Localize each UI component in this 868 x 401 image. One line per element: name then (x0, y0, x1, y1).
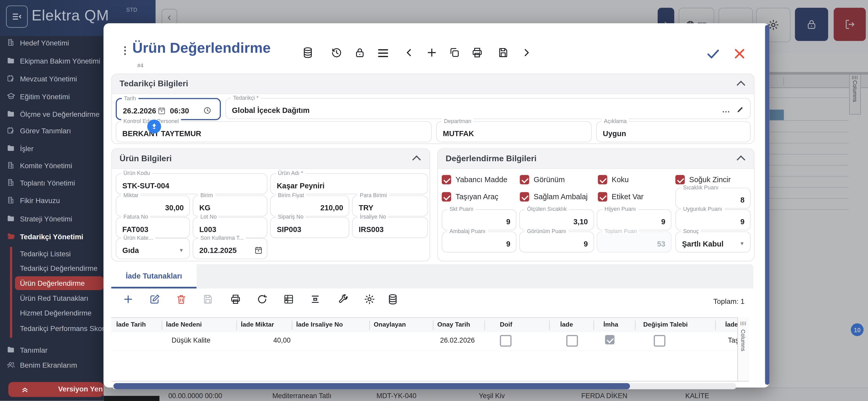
sidebar-subitem-tedarikci-performans[interactable]: Tedarikçi Performans Skorlama (0, 322, 103, 336)
siparis-no-field[interactable]: Sipariş NoSIP003 (270, 217, 349, 238)
grid-row-height-button[interactable] (309, 294, 321, 305)
col-degisim-talebi[interactable]: Değişim Talebi (643, 321, 688, 328)
cell-imha-checkbox[interactable] (605, 335, 614, 344)
confirm-icon[interactable] (706, 47, 720, 61)
grid-database-button[interactable] (387, 294, 399, 305)
gorunum-puani-field[interactable]: Görünüm Puanı9 (519, 232, 594, 252)
sidebar-item-strateji[interactable]: Strateji Yönetimi (0, 212, 103, 227)
sidebar-item-komite[interactable]: Komite Yönetimi (0, 158, 103, 174)
supplier-section-header[interactable]: Tedarikçi Bilgileri (112, 74, 754, 94)
tarih-field[interactable]: Tarih 26.2.2026 06:30 (116, 98, 221, 120)
grid-refresh-button[interactable] (256, 294, 268, 305)
sidebar-subitem-hizmet-degerlendirme[interactable]: Hizmet Değerlendirme (0, 306, 103, 321)
collapse-chevron-icon (737, 81, 745, 89)
table-row[interactable]: Düşük Kalite 40,00 26.02.2026 Taş (111, 332, 738, 351)
horizontal-scrollbar-track[interactable] (113, 383, 736, 389)
cell-doif-checkbox[interactable] (500, 335, 512, 346)
hijyen-puani-field[interactable]: Hijyen Puanı9 (597, 209, 672, 230)
son-kullanma-field[interactable]: Son Kullanma T...20.12.2025 (193, 238, 268, 259)
col-onay-tarih[interactable]: Onay Tarih (437, 321, 470, 328)
grid-save-button[interactable] (202, 294, 214, 305)
col-iade-tarih[interactable]: İade Tarih (116, 321, 146, 328)
sidebar-item-toplanti[interactable]: Toplantı Yönetimi (0, 176, 103, 191)
ambalaj-puani-field[interactable]: Ambalaj Puanı9 (442, 232, 517, 252)
col-onaylayan[interactable]: Onaylayan (374, 321, 406, 328)
sidebar-subitem-tedarikci-degerlendirme[interactable]: Tedarikçi Değerlendirme (0, 261, 103, 276)
col-iade-nedeni[interactable]: İade Nedeni (166, 321, 202, 328)
copy-record-icon[interactable] (448, 47, 461, 59)
lock-record-icon[interactable] (354, 47, 366, 59)
sidebar-item-tedarikci-yonetimi[interactable]: Tedarikçi Yönetimi (0, 229, 103, 245)
more-options-icon[interactable]: ⋮ (120, 44, 130, 56)
urun-kodu-field[interactable]: Ürün KoduSTK-SUT-004 (116, 173, 268, 194)
cell-degisim-checkbox[interactable] (654, 335, 665, 346)
grid-excel-export-button[interactable] (283, 294, 294, 305)
sidebar-subitem-urun-degerlendirme[interactable]: Ürün Değerlendirme (0, 276, 103, 291)
tab-iade-tutanaklari[interactable]: İade Tutanakları (111, 264, 196, 288)
vertical-scrollbar-thumb[interactable] (765, 25, 769, 385)
sonuc-select[interactable]: SonuçŞartlı Kabul▼ (675, 232, 750, 252)
grid-print-button[interactable] (230, 294, 241, 305)
menu-lines-icon[interactable] (376, 47, 389, 59)
urun-adi-field[interactable]: Ürün Adı *Kaşar Peyniri (270, 173, 428, 194)
sidebar-item-isler[interactable]: İşler (0, 141, 103, 157)
col-iade-clipped[interactable]: İade (725, 321, 738, 328)
evaluation-section-header[interactable]: Değerlendirme Bilgileri (438, 149, 754, 169)
urun-kategori-select[interactable]: Ürün Kate...Gıda▼ (116, 238, 190, 259)
sidebar-item-egitim[interactable]: Eğitim Yönetimi (0, 89, 103, 105)
close-icon[interactable] (733, 47, 747, 61)
col-iade-miktar[interactable]: İade Miktar (241, 321, 274, 328)
prev-record-icon[interactable] (403, 47, 415, 59)
edit-pencil-icon[interactable] (736, 105, 745, 114)
departman-field[interactable]: Departman MUTFAK (436, 121, 592, 142)
uygunluk-puani-field[interactable]: Uygunluk Puanı9 (675, 209, 750, 230)
product-section-header[interactable]: Ürün Bilgileri (112, 149, 430, 169)
sidebar-item-fikir-havuzu[interactable]: Fikir Havuzu (0, 193, 103, 209)
grid-settings-button[interactable] (364, 294, 375, 305)
irsaliye-no-field[interactable]: İrsaliye NoIRS003 (352, 217, 428, 238)
olculen-sicaklik-field[interactable]: Ölçülen Sıcaklık3,10 (519, 209, 594, 230)
tedarikci-field[interactable]: Tedarikçi * Global İçecek Dağıtım … (225, 98, 751, 119)
sidebar-item-ekipman-bakim[interactable]: Ekipman Bakım Yönetimi (0, 54, 103, 69)
para-birimi-field[interactable]: Para BirimiTRY (352, 195, 428, 216)
sicaklik-puani-field[interactable]: Sıcaklık Puanı8 (675, 188, 750, 209)
sidebar-item-mevzuat[interactable]: Mevzuat Yönetimi (0, 71, 103, 87)
calendar-icon[interactable] (254, 246, 263, 254)
lookup-more-icon[interactable]: … (722, 105, 730, 114)
kontrol-eden-personel-field[interactable]: Kontrol Eden Personel BERKANT TAYTEMUR (116, 121, 432, 142)
col-iade[interactable]: İade (560, 321, 573, 328)
version-news-button[interactable]: Versiyon Yen (8, 382, 103, 397)
history-icon[interactable] (331, 47, 343, 59)
birim-fiyat-field[interactable]: Birim Fiyat210,00 (270, 195, 349, 216)
clock-icon[interactable] (203, 106, 211, 115)
sidebar-item-olcme-degerlendirme[interactable]: Ölçme ve Değerlendirme (0, 107, 103, 122)
next-record-icon[interactable] (520, 47, 532, 59)
col-iade-irsaliye-no[interactable]: İade Irsaliye No (296, 321, 343, 328)
database-icon[interactable] (302, 47, 314, 59)
calendar-icon[interactable] (157, 106, 166, 115)
grid-delete-button[interactable] (176, 294, 187, 305)
sidebar-item-gorev-tanimlari[interactable]: Görev Tanımları (0, 124, 103, 139)
sidebar-subitem-urun-red-tutanaklari[interactable]: Ürün Red Tutanakları (0, 291, 103, 306)
print-icon[interactable] (471, 47, 483, 59)
sidebar-item-hedef-yonetimi[interactable]: Hedef Yönetimi (0, 35, 103, 51)
miktar-field[interactable]: Miktar30,00 (116, 195, 190, 216)
sidebar-item-tanimlar[interactable]: Tanımlar (0, 343, 103, 358)
new-record-icon[interactable] (426, 47, 438, 59)
cell-iade-checkbox[interactable] (566, 335, 578, 346)
skt-puani-field[interactable]: Skt Puanı9 (442, 209, 517, 230)
grid-add-button[interactable] (122, 294, 134, 305)
col-imha[interactable]: İmha (603, 321, 618, 328)
sidebar-subitem-tedarikci-listesi[interactable]: Tedarikçi Listesi (0, 247, 103, 261)
save-icon[interactable] (497, 47, 509, 59)
grid-tools-button[interactable] (337, 294, 349, 305)
sidebar-collapse-button[interactable] (6, 5, 28, 28)
birim-field[interactable]: BirimKG (193, 195, 268, 216)
horizontal-scrollbar-thumb[interactable] (114, 383, 630, 389)
grid-columns-tab[interactable]: |||| Columns (737, 317, 749, 381)
grid-edit-button[interactable] (149, 294, 160, 305)
sidebar-item-benim-ekranlarim[interactable]: Benim Ekranlarım (0, 358, 103, 373)
folder-open-icon (7, 232, 16, 241)
aciklama-field[interactable]: Açıklama Uygun (596, 121, 751, 142)
col-doif[interactable]: Doif (500, 321, 512, 328)
